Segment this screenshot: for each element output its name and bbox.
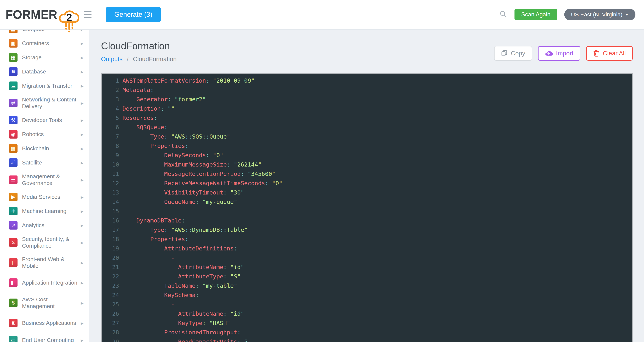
chevron-right-icon: ▸ [81,54,84,61]
line-number: 24 [102,290,120,300]
line-number: 20 [102,253,120,262]
business-applications-icon: ♜ [9,319,18,327]
sidebar-item-label: Database [22,68,81,75]
search-icon[interactable] [499,10,508,19]
satellite-icon: ☄ [9,158,18,167]
output-actions: Copy Import [494,46,633,61]
main-content: CloudFormation Outputs / CloudFormation … [90,30,644,342]
sidebar-item-label: Containers [22,40,81,47]
sidebar-item-migration-transfer[interactable]: ☁Migration & Transfer▸ [0,79,89,93]
code-text: DelaySeconds: "0" [120,151,223,160]
line-number: 1 [102,76,120,85]
sidebar-item-label: Blockchain [22,145,81,152]
sidebar-item-label: Security, Identity, & Compliance [22,236,81,249]
code-line: 19 AttributeDefinitions: [102,244,632,253]
compute-icon: ▤ [9,30,18,33]
storage-icon: ▦ [9,53,18,62]
code-line: 23 TableName: "my-table" [102,281,632,290]
sidebar-item-management-governance[interactable]: ☰Management & Governance▸ [0,170,89,190]
sidebar-item-label: Developer Tools [22,117,81,123]
chevron-right-icon: ▸ [81,83,84,89]
sidebar-item-label: Front-end Web & Mobile [22,256,81,269]
line-number: 15 [102,206,120,216]
line-number: 17 [102,225,120,234]
clear-all-button[interactable]: Clear All [586,46,633,61]
sidebar-item-blockchain[interactable]: ▩Blockchain▸ [0,141,89,156]
aws-cost-management-icon: $ [9,298,18,307]
region-label: US East (N. Virginia) [571,11,622,18]
line-number: 23 [102,281,120,290]
sidebar-item-machine-learning[interactable]: ⚛Machine Learning▸ [0,204,89,218]
sidebar-item-satellite[interactable]: ☄Satellite▸ [0,156,89,170]
code-line: 29 ReadCapacityUnits: 5 [102,337,632,342]
sidebar-item-database[interactable]: ≋Database▸ [0,65,89,79]
yaml-code-editor[interactable]: 1AWSTemplateFormatVersion: "2010-09-09"2… [101,73,633,342]
region-dropdown[interactable]: US East (N. Virginia) ▼ [564,9,636,20]
code-text: - [120,253,174,262]
code-text: ReadCapacityUnits: 5 [120,337,248,342]
sidebar-item-label: Satellite [22,159,81,166]
sidebar-item-application-integration[interactable]: ◧Application Integration▸ [0,273,89,293]
sidebar-item-label: Analytics [22,222,81,229]
line-number: 14 [102,197,120,206]
code-line: 2Metadata: [102,85,632,95]
migration-transfer-icon: ☁ [9,82,18,90]
generate-button[interactable]: Generate (3) [106,7,161,22]
chevron-right-icon: ▸ [81,40,84,47]
code-text: AttributeName: "id" [120,262,244,272]
sidebar-item-security-identity-compliance[interactable]: ⚔Security, Identity, & Compliance▸ [0,232,89,252]
copy-button[interactable]: Copy [494,46,532,61]
sidebar-item-analytics[interactable]: ↗Analytics▸ [0,218,89,232]
code-line: 3 Generator: "former2" [102,95,632,104]
chevron-right-icon: ▸ [81,177,84,183]
line-number: 5 [102,113,120,123]
chevron-right-icon: ▸ [81,145,84,152]
sidebar-item-business-applications[interactable]: ♜Business Applications▸ [0,313,89,333]
breadcrumb-outputs-link[interactable]: Outputs [101,56,122,63]
end-user-computing-icon: ▭ [9,336,18,342]
code-line: 22 AttributeType: "S" [102,272,632,281]
code-line: 5Resources: [102,113,632,123]
sidebar-item-networking-content-delivery[interactable]: ⇄Networking & Content Delivery▸ [0,93,89,113]
sidebar-list: ▤Compute▸▣Containers▸▦Storage▸≋Database▸… [0,30,89,342]
sidebar-item-label: Media Services [22,194,81,200]
code-line: 14 QueueName: "my-queue" [102,197,632,206]
caret-down-icon: ▼ [625,13,629,17]
code-text: KeyType: "HASH" [120,318,230,328]
code-text: MaximumMessageSize: "262144" [120,160,262,169]
sidebar-item-aws-cost-management[interactable]: $AWS Cost Management▸ [0,293,89,313]
scan-again-button[interactable]: Scan Again [514,9,557,20]
code-line: 27 KeyType: "HASH" [102,318,632,328]
code-text: QueueName: "my-queue" [120,197,237,206]
line-number: 19 [102,244,120,253]
import-button[interactable]: Import [538,46,580,61]
code-line: 13 VisibilityTimeout: "30" [102,188,632,197]
sidebar-item-robotics[interactable]: ◉Robotics▸ [0,127,89,141]
chevron-right-icon: ▸ [81,222,84,229]
sidebar-item-media-services[interactable]: ▶Media Services▸ [0,190,89,204]
code-line: 21 AttributeName: "id" [102,262,632,272]
logo-text: FORMER [6,3,57,26]
chevron-right-icon: ▸ [81,117,84,123]
chevron-right-icon: ▸ [81,300,84,306]
code-text [120,206,122,216]
line-number: 6 [102,123,120,132]
chevron-right-icon: ▸ [81,30,84,33]
code-line: 1AWSTemplateFormatVersion: "2010-09-09" [102,76,632,85]
sidebar-item-label: Application Integration [22,279,81,286]
line-number: 10 [102,160,120,169]
sidebar-item-developer-tools[interactable]: ⚒Developer Tools▸ [0,113,89,127]
code-text: AWSTemplateFormatVersion: "2010-09-09" [120,76,254,85]
menu-hamburger-icon[interactable] [84,11,92,18]
code-text: Type: "AWS::SQS::Queue" [120,132,230,141]
code-line: 18 Properties: [102,234,632,244]
code-line: 9 DelaySeconds: "0" [102,151,632,160]
sidebar-item-storage[interactable]: ▦Storage▸ [0,50,89,65]
sidebar-item-front-end-web-mobile[interactable]: ▯Front-end Web & Mobile▸ [0,252,89,273]
sidebar-item-containers[interactable]: ▣Containers▸ [0,36,89,50]
sidebar-item-end-user-computing[interactable]: ▭End User Computing▸ [0,333,89,342]
code-line: 6 SQSQueue: [102,123,632,132]
line-number: 27 [102,318,120,328]
line-number: 29 [102,337,120,342]
code-line: 12 ReceiveMessageWaitTimeSeconds: "0" [102,178,632,188]
